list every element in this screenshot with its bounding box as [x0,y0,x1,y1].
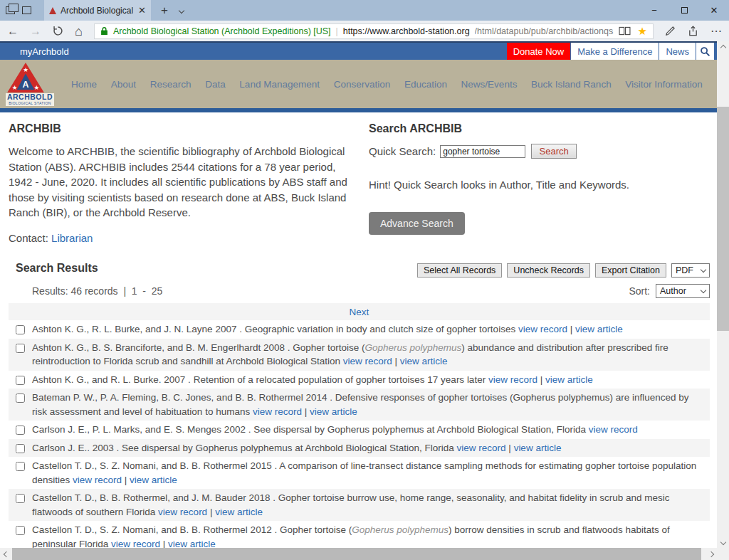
site-identity[interactable]: Archbold Biological Station (Archbold Ex… [113,26,331,36]
record-checkbox[interactable] [16,526,25,535]
myarchbold-label[interactable]: myArchbold [0,46,69,57]
svg-text:★: ★ [33,84,39,91]
site-favicon [49,7,56,14]
donate-now-button[interactable]: Donate Now [507,43,571,60]
tab-list-chevron-icon[interactable] [179,7,184,13]
record-checkbox[interactable] [16,376,25,385]
next-page-link[interactable]: Next [350,307,369,317]
set-tabs-aside-icon[interactable] [22,6,31,14]
record-checkbox[interactable] [16,426,25,435]
archbold-logo[interactable]: ★ ★ ★ A ARCHBOLD BIOLOGICAL STATION [6,62,54,106]
vertical-scrollbar-thumb[interactable] [717,107,729,331]
refresh-button[interactable] [53,26,63,36]
svg-text:A: A [23,80,29,90]
nav-item-about[interactable]: About [111,79,136,90]
back-button[interactable]: ← [7,26,19,37]
view-record-link[interactable]: view record [457,443,506,453]
tab-title: Archbold Biological Stat [61,6,134,16]
news-button[interactable]: News [659,43,696,60]
result-row: Castellon T. D., B. B. Rothermel, and J.… [9,489,710,521]
view-record-link[interactable]: view record [73,475,122,485]
result-row: Ashton K. G., B. S. Branciforte, and B. … [9,339,710,371]
view-record-link[interactable]: view record [111,539,160,549]
window-restore-button[interactable] [669,0,699,21]
scroll-up-icon[interactable] [717,41,729,53]
view-article-link[interactable]: view article [545,374,593,385]
view-record-link[interactable]: view record [518,324,567,334]
horizontal-scrollbar-thumb[interactable] [12,548,701,560]
logo-line1: ARCHBOLD [6,93,53,101]
more-options-icon[interactable]: ⋯ [710,26,722,37]
scroll-right-icon[interactable] [705,548,717,560]
reading-view-icon[interactable] [619,26,631,36]
home-button[interactable]: ⌂ [75,25,83,38]
export-citation-button[interactable]: Export Citation [595,263,666,278]
nav-item-home[interactable]: Home [71,79,97,90]
select-all-records-button[interactable]: Select All Records [417,263,502,278]
scroll-left-icon[interactable] [0,548,12,560]
nav-item-buck-island-ranch[interactable]: Buck Island Ranch [531,79,612,90]
nav-item-education[interactable]: Education [404,79,447,90]
view-article-link[interactable]: view article [310,406,357,417]
nav-item-data[interactable]: Data [205,79,226,90]
quick-search-input[interactable] [440,145,525,158]
nav-item-research[interactable]: Research [150,79,192,90]
citation-text: Ashton K. G., R. L. Burke, and J. N. Lay… [32,322,623,337]
view-record-link[interactable]: view record [589,424,638,435]
contact-label: Contact: [9,232,48,244]
nav-item-news-events[interactable]: News/Events [461,79,518,90]
view-article-link[interactable]: view article [215,507,263,517]
address-bar[interactable]: Archbold Biological Station (Archbold Ex… [94,23,654,39]
view-record-link[interactable]: view record [158,507,207,517]
scroll-down-icon[interactable] [717,536,729,548]
new-tab-button[interactable]: + [161,4,168,16]
forward-button[interactable]: → [30,26,41,37]
record-checkbox[interactable] [16,444,25,453]
favorite-star-icon[interactable]: ★ [638,26,647,36]
tab-preview-icon[interactable] [6,6,15,14]
nav-item-land-management[interactable]: Land Management [239,79,320,90]
citation-text: Ashton K. G., and R. L. Burke. 2007 . Re… [32,373,593,387]
web-page: myArchbold Donate Now Make a Difference … [0,41,717,548]
view-article-link[interactable]: view article [400,356,448,366]
share-icon[interactable] [688,26,698,36]
view-article-link[interactable]: view article [575,324,623,334]
record-checkbox[interactable] [16,494,25,503]
logo-triangle-icon: ★ ★ ★ A [6,62,46,93]
make-a-difference-button[interactable]: Make a Difference [570,43,659,60]
advance-search-button[interactable]: Advance Search [369,212,465,235]
annotate-pen-icon[interactable] [665,26,676,36]
record-checkbox[interactable] [16,393,25,403]
vertical-scrollbar[interactable] [717,41,729,548]
site-search-button[interactable] [696,43,714,60]
window-minimize-button[interactable]: − [639,0,669,21]
nav-item-visitor-information[interactable]: Visitor Information [625,79,703,90]
view-record-link[interactable]: view record [488,374,537,385]
browser-toolbar: ← → ⌂ Archbold Biological Station (Archb… [0,21,729,41]
magnifier-icon [700,46,710,57]
view-record-link[interactable]: view record [253,406,302,417]
record-checkbox[interactable] [16,462,25,471]
logo-line2: BIOLOGICAL STATION [6,101,53,105]
view-record-link[interactable]: view record [343,356,392,366]
record-checkbox[interactable] [16,325,25,334]
window-close-button[interactable]: ✕ [699,0,729,21]
result-row: Castellon T. D., S. Z. Nomani, and B. B.… [9,457,710,489]
nav-item-conservation[interactable]: Conservation [334,79,391,90]
sort-select[interactable]: Author [656,284,710,298]
view-article-link[interactable]: view article [130,475,177,485]
librarian-link[interactable]: Librarian [51,232,93,244]
view-article-link[interactable]: view article [514,443,562,453]
uncheck-records-button[interactable]: Uncheck Records [507,263,590,278]
results-actions: Select All Records Uncheck Records Expor… [417,263,710,278]
export-format-select[interactable]: PDF [671,263,710,278]
search-button[interactable]: Search [531,144,577,159]
svg-text:★: ★ [23,66,28,73]
browser-tab[interactable]: Archbold Biological Stat ✕ [44,0,151,21]
archbib-title: ARCHBIB [9,122,362,135]
browser-titlebar: Archbold Biological Stat ✕ + − ✕ [0,0,729,21]
tab-close-icon[interactable]: ✕ [138,6,146,15]
view-article-link[interactable]: view article [168,539,216,549]
horizontal-scrollbar[interactable] [0,548,717,560]
record-checkbox[interactable] [16,344,25,353]
